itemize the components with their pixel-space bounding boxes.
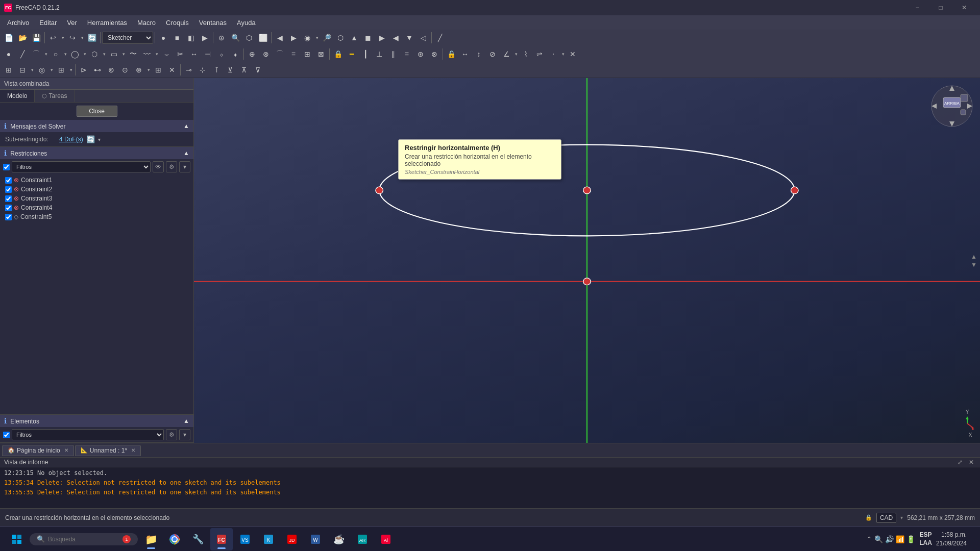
undo-button[interactable]: ↩: [46, 31, 60, 44]
constraint-block2[interactable]: ⊗: [428, 47, 441, 61]
restricciones-eye-btn[interactable]: 👁: [153, 161, 164, 172]
taskbar-app-kate[interactable]: K: [257, 528, 280, 550]
restricciones-dropdown-btn[interactable]: ▾: [179, 161, 190, 172]
elementos-filter-select[interactable]: Filtros: [12, 429, 164, 440]
ellipse-button[interactable]: ◯: [68, 47, 82, 61]
constraint-equal[interactable]: =: [287, 47, 300, 61]
scroll-up-arrow[interactable]: ▲: [971, 253, 977, 260]
taskbar-app-jdownloader[interactable]: JD: [281, 528, 303, 550]
spline2-button[interactable]: 〰: [140, 47, 154, 61]
sketcher-switch-driving[interactable]: ⇌: [533, 47, 546, 61]
snap-dropdown-arrow[interactable]: ▾: [49, 63, 54, 77]
ellipse-arrow[interactable]: ▾: [82, 47, 87, 61]
list-item[interactable]: ⊗ Constraint4: [3, 203, 190, 212]
taskbar-app-vscode[interactable]: VS: [234, 528, 256, 550]
sketcher-array[interactable]: ⊞: [152, 63, 165, 77]
snap-btn[interactable]: ◎: [35, 63, 48, 77]
grid-dropdown-arrow[interactable]: ▾: [30, 63, 35, 77]
constraint-equal2[interactable]: =: [400, 47, 413, 61]
list-item[interactable]: ⊗ Constraint3: [3, 194, 190, 203]
constraint1-check[interactable]: [5, 177, 12, 184]
restricciones-filter-select[interactable]: Filtros: [12, 161, 151, 172]
cad-badge[interactable]: CAD: [876, 513, 896, 523]
line-button[interactable]: ╱: [433, 31, 447, 44]
constraint5-check[interactable]: [5, 214, 12, 220]
taskbar-app-java[interactable]: ☕: [328, 528, 350, 550]
sketcher-geo[interactable]: ⬞: [547, 47, 560, 61]
taskbar-app-word[interactable]: W: [304, 528, 327, 550]
constraint-reorient[interactable]: ⊗: [259, 47, 273, 61]
menu-archivo[interactable]: Archivo: [2, 17, 34, 29]
sketcher-attach[interactable]: ⊚: [105, 63, 118, 77]
open-file-button[interactable]: 📂: [16, 31, 29, 44]
clear-btn[interactable]: ⊺: [210, 63, 223, 77]
arc-arrow[interactable]: ▾: [43, 47, 48, 61]
menu-editar[interactable]: Editar: [34, 17, 62, 29]
constraint-tangent[interactable]: ⌒: [273, 47, 286, 61]
sketcher-close-btn[interactable]: ✕: [566, 47, 579, 61]
carbon-copy-button[interactable]: ⬧: [229, 47, 242, 61]
constraint-symmetric2[interactable]: ⊛: [414, 47, 427, 61]
nav-cube[interactable]: ARRIBA: [929, 83, 975, 129]
sketch-stop-button[interactable]: ■: [170, 31, 184, 44]
analyze-btn[interactable]: ⊸: [182, 63, 195, 77]
sketcher-copy[interactable]: ⊙: [118, 63, 132, 77]
taskbar-app-arduino[interactable]: AR: [351, 528, 374, 550]
menu-ayuda[interactable]: Ayuda: [232, 17, 261, 29]
spline2-arrow[interactable]: ▾: [154, 47, 159, 61]
redo-dropdown-arrow[interactable]: ▾: [80, 31, 85, 44]
taskbar-app-chrome[interactable]: [163, 528, 186, 550]
report-content[interactable]: 12:23:15 No object selected. 13:55:34 De…: [0, 467, 980, 508]
taskbar-app-tool1[interactable]: 🔧: [187, 528, 209, 550]
constraint-symmetric[interactable]: ⊞: [301, 47, 314, 61]
view-bottom-button[interactable]: ▼: [403, 31, 416, 44]
measure-btn[interactable]: ⊹: [196, 63, 209, 77]
restricciones-header[interactable]: ℹ Restricciones ▲: [0, 147, 193, 159]
constraint-parallel[interactable]: ∥: [386, 47, 400, 61]
constraint2-check[interactable]: [5, 186, 12, 193]
sketch-play-button[interactable]: ▶: [198, 31, 211, 44]
constraint-vert-dist[interactable]: ↕: [472, 47, 485, 61]
constraint-coincident[interactable]: ⊕: [246, 47, 259, 61]
circle-button[interactable]: ○: [49, 47, 62, 61]
split-button[interactable]: ⊣: [201, 47, 214, 61]
constraint-angle[interactable]: ∠: [500, 47, 513, 61]
polyline-button[interactable]: ⬡: [88, 47, 101, 61]
restricciones-settings-btn[interactable]: ⚙: [166, 161, 177, 172]
solver-refresh-icon[interactable]: 🔄: [86, 135, 95, 143]
list-item[interactable]: ⊗ Constraint1: [3, 176, 190, 185]
sketcher-move[interactable]: ⊛: [132, 63, 145, 77]
tab-home[interactable]: 🏠 Página de inicio ✕: [2, 445, 74, 456]
constraint-ref[interactable]: ⌇: [519, 47, 532, 61]
break-btn[interactable]: ⊽: [251, 63, 264, 77]
view-front-button[interactable]: ◼: [361, 31, 375, 44]
constraint-horiz-dist[interactable]: ↔: [458, 47, 472, 61]
viewport[interactable]: Restringir horizontalmente (H) Crear una…: [194, 78, 980, 443]
clock[interactable]: 1:58 p.m. 21/09/2024: [936, 531, 967, 548]
cad-dropdown-arrow[interactable]: ▾: [900, 515, 903, 520]
menu-macro[interactable]: Macro: [132, 17, 161, 29]
search-input[interactable]: [48, 536, 119, 543]
elementos-dropdown-btn[interactable]: ▾: [179, 429, 190, 440]
sketcher-validate[interactable]: ⊳: [77, 63, 90, 77]
polyline-arrow[interactable]: ▾: [102, 47, 107, 61]
view-zoom-button[interactable]: 🔎: [320, 31, 333, 44]
constraint-lock[interactable]: 🔒: [331, 47, 345, 61]
minimize-button[interactable]: −: [905, 0, 929, 15]
constraint-perpendicular[interactable]: ⊥: [373, 47, 386, 61]
restricciones-filter-check[interactable]: [3, 164, 10, 170]
view-fit-button[interactable]: ⊕: [215, 31, 228, 44]
point-button[interactable]: ●: [2, 47, 15, 61]
list-item[interactable]: ◇ Constraint5: [3, 212, 190, 221]
refresh-button[interactable]: 🔄: [85, 31, 99, 44]
view-top-button[interactable]: ▲: [348, 31, 361, 44]
grid-view-btn[interactable]: ⊞: [2, 63, 15, 77]
close-button[interactable]: ✕: [952, 0, 976, 15]
view-right-button[interactable]: ▶: [375, 31, 388, 44]
tab-modelo[interactable]: Modelo: [0, 90, 35, 102]
maximize-button[interactable]: □: [929, 0, 952, 15]
menu-ver[interactable]: Ver: [62, 17, 82, 29]
view-cube-button[interactable]: ⬡: [334, 31, 347, 44]
constraint-vertical-bar[interactable]: ┃: [359, 47, 372, 61]
search-tray-icon[interactable]: 🔍: [874, 535, 883, 543]
